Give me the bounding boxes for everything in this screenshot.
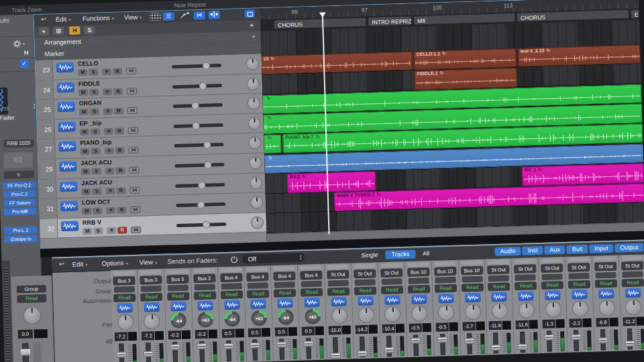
channel-setting-button[interactable]: RRB 2020	[3, 139, 34, 147]
channel-automation-button[interactable]: Read	[301, 288, 323, 297]
channel-setting-button[interactable]	[381, 263, 402, 267]
channel-output-button[interactable]: Bus 10	[461, 266, 483, 276]
arrangement-marker[interactable]: INTRO REPRIZE	[368, 16, 412, 27]
channel-fader[interactable]	[354, 336, 381, 359]
flex-button[interactable]: ⋈	[127, 87, 137, 94]
channel-type-filter-button[interactable]: Bus	[567, 245, 588, 254]
window-icon-button[interactable]	[245, 10, 255, 18]
volume-slider-thumb[interactable]	[193, 122, 200, 129]
audio-region[interactable]: Inst 4_3.13↻	[517, 44, 641, 67]
channel-volume-value[interactable]: -11.2	[623, 317, 635, 326]
channel-group-button[interactable]	[542, 274, 563, 280]
freeze-button[interactable]: ❄	[105, 187, 115, 194]
track-name[interactable]: RRB V	[83, 219, 101, 226]
channel-fader[interactable]	[621, 328, 644, 351]
freeze-button[interactable]: ❄	[102, 68, 111, 75]
channel-fader[interactable]	[273, 339, 301, 361]
channel-fader[interactable]	[380, 335, 408, 358]
channel-group-button[interactable]	[595, 272, 616, 279]
fader-cap[interactable]	[625, 340, 635, 346]
flex-button[interactable]: ⋈	[127, 107, 138, 114]
mute-button[interactable]: M	[78, 69, 87, 76]
channel-output-button[interactable]: Bus 3	[140, 276, 162, 285]
channel-pan-knob[interactable]	[519, 302, 535, 318]
track-volume-slider[interactable]	[176, 202, 225, 207]
channel-automation-button[interactable]: Read	[274, 289, 296, 298]
track-pan-knob[interactable]	[251, 216, 264, 229]
channel-fader[interactable]	[300, 338, 327, 361]
channel-output-button[interactable]: St Out	[594, 262, 616, 272]
audio-region[interactable]: FIDDLE.1↻	[414, 68, 517, 90]
volume-slider-thumb[interactable]	[203, 62, 210, 70]
fader-cap[interactable]	[518, 344, 528, 350]
channel-setting-button[interactable]	[140, 270, 161, 275]
flex-button[interactable]: ⋈	[129, 147, 139, 154]
channel-pan-knob[interactable]: +63	[305, 308, 321, 325]
mute-button[interactable]: M	[80, 168, 90, 175]
channel-pan-knob[interactable]	[572, 300, 588, 317]
fader-cap[interactable]	[411, 337, 421, 343]
channel-volume-value[interactable]: -0.2	[168, 330, 181, 340]
channel-automation-button[interactable]: Read	[488, 282, 510, 291]
channel-group-button[interactable]	[328, 280, 349, 287]
solo-button[interactable]: S	[93, 208, 102, 215]
audio-region[interactable]: CELLO.1.1↻	[413, 48, 517, 70]
mute-button[interactable]: M	[82, 208, 91, 215]
channel-pan-knob[interactable]	[465, 304, 482, 320]
bg-group-button[interactable]: Group	[17, 285, 46, 293]
add-icon[interactable]: +	[246, 21, 257, 29]
channel-volume-value[interactable]: -15.0	[329, 326, 341, 335]
channel-setting-button[interactable]	[622, 256, 643, 261]
channel-group-button[interactable]	[167, 285, 188, 292]
channel-pan-knob[interactable]	[384, 306, 401, 322]
track-name[interactable]: FIDDLE	[78, 80, 101, 87]
channel-group-button[interactable]	[622, 272, 643, 278]
bg-pan-knob[interactable]	[23, 306, 42, 324]
channel-pan-knob[interactable]	[438, 304, 455, 321]
channel-output-button[interactable]: St Out	[354, 269, 376, 278]
snap-grid-icon[interactable]	[150, 13, 161, 21]
channel-output-button[interactable]: Bus 3	[113, 276, 135, 286]
track-name[interactable]: JACK ACU	[81, 178, 112, 186]
channel-setting-button[interactable]	[301, 265, 321, 270]
gear-icon[interactable]	[13, 40, 21, 48]
fader-cap[interactable]	[250, 342, 260, 348]
channel-output-button[interactable]: St Out	[514, 264, 536, 274]
channel-setting-button[interactable]	[113, 271, 134, 276]
channel-fader[interactable]	[327, 337, 354, 359]
channel-automation-button[interactable]: Read	[541, 281, 564, 290]
catch-playhead-icon[interactable]	[209, 11, 220, 19]
fader-cap[interactable]	[598, 337, 608, 343]
channel-automation-button[interactable]: Read	[327, 287, 350, 296]
automation-icon[interactable]	[179, 11, 191, 19]
solo-button[interactable]: S	[93, 227, 103, 234]
channel-output-button[interactable]: Bus 3	[166, 275, 189, 284]
flex-icon[interactable]: ⋈	[194, 11, 205, 19]
eq-display[interactable]: EQ	[3, 150, 34, 168]
record-enable-button[interactable]: R	[116, 187, 125, 194]
channel-volume-value[interactable]: -0.5	[409, 323, 421, 333]
channel-fader[interactable]	[407, 335, 435, 357]
channel-pan-knob[interactable]	[144, 313, 160, 330]
mixer-filter-tab[interactable]: Single	[355, 251, 384, 260]
record-enable-button[interactable]: R	[114, 108, 123, 115]
mute-button[interactable]: M	[79, 109, 89, 115]
channel-group-button[interactable]	[221, 283, 241, 290]
track-volume-slider[interactable]	[174, 143, 223, 147]
channel-automation-button[interactable]: Read	[354, 286, 376, 295]
channel-group-button[interactable]	[141, 286, 162, 292]
freeze-button[interactable]: ❄	[105, 147, 114, 154]
channel-group-button[interactable]	[515, 274, 536, 281]
channel-output-button[interactable]: Bus 10	[434, 267, 456, 276]
menu-view[interactable]: View▾	[124, 13, 142, 21]
channel-fader[interactable]	[113, 343, 140, 362]
channel-setting-button[interactable]	[247, 267, 268, 272]
mute-button[interactable]: M	[78, 89, 88, 96]
channel-group-button[interactable]	[435, 277, 455, 284]
channel-setting-button[interactable]	[568, 257, 589, 262]
channel-automation-button[interactable]: Read	[461, 284, 483, 292]
channel-volume-value[interactable]: -2.7	[462, 322, 475, 331]
power-icon[interactable]	[230, 255, 237, 263]
channel-volume-value[interactable]: 0.5	[248, 328, 261, 337]
track-volume-slider[interactable]	[176, 223, 226, 227]
